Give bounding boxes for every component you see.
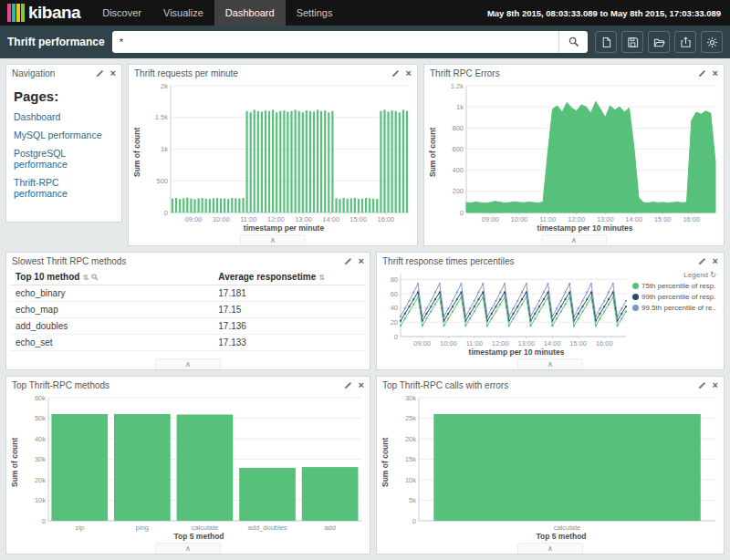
y-axis-title: Sum of count — [132, 81, 143, 223]
legend-item[interactable]: 99th percentile of resp... — [632, 293, 716, 301]
save-icon — [627, 36, 639, 48]
dashboard-grid: Navigation × Pages: Dashboard MySQL perf… — [0, 58, 730, 560]
collapse-panel-button[interactable]: ∧ — [155, 358, 221, 369]
svg-text:0: 0 — [164, 209, 168, 217]
panel-header[interactable]: Slowest Thrift RPC methods × — [6, 253, 370, 269]
svg-text:1k: 1k — [161, 145, 168, 153]
table-row[interactable]: echo_set17.133 — [10, 335, 366, 351]
errors-area-chart: 02004006008001k1.2k09:0010:0011:0012:001… — [439, 81, 720, 223]
table-row[interactable]: add_doubles17.136 — [10, 318, 366, 335]
sort-icon[interactable]: ⇅ — [82, 274, 89, 282]
svg-text:0: 0 — [412, 517, 416, 525]
collapse-panel-button[interactable]: ∧ — [541, 234, 607, 245]
requests-bar-chart: 05001k1.5k2k09:0010:0011:0012:0013:0014:… — [143, 81, 413, 223]
panel-header[interactable]: Thrift response times percentiles × — [377, 253, 724, 269]
error-calls-bar-chart: 05k10k15k20k25k30kcalculate — [391, 393, 720, 532]
edit-icon[interactable] — [698, 257, 706, 265]
close-icon[interactable]: × — [359, 256, 364, 266]
y-axis-title: Sum of count — [10, 393, 21, 532]
svg-text:11:00: 11:00 — [539, 215, 556, 223]
nav-link-dashboard[interactable]: Dashboard — [14, 111, 114, 122]
svg-text:1k: 1k — [456, 103, 464, 111]
svg-text:50k: 50k — [35, 414, 46, 422]
slowest-methods-table: Top 10 method⇅ Average responsetime⇅ ech… — [10, 269, 366, 351]
panel-slowest-thrift-rpc-methods: Slowest Thrift RPC methods × Top 10 meth… — [5, 252, 370, 370]
series-color-dot — [632, 294, 639, 300]
svg-text:20k: 20k — [405, 435, 416, 443]
table-row[interactable]: echo_map17.15 — [10, 302, 366, 318]
y-axis-title: Sum of count — [428, 81, 439, 223]
x-axis-title: timestamp per 10 minutes — [428, 223, 720, 234]
panel-header[interactable]: Navigation × — [6, 65, 121, 81]
settings-button[interactable] — [701, 31, 723, 53]
svg-text:14:00: 14:00 — [625, 215, 642, 223]
nav-tab-settings[interactable]: Settings — [286, 0, 344, 26]
svg-text:09:00: 09:00 — [413, 339, 431, 347]
time-range-picker[interactable]: May 8th 2015, 08:03:33.089 to May 8th 20… — [487, 8, 730, 18]
collapse-panel-button[interactable]: ∧ — [517, 358, 583, 369]
pages-heading: Pages: — [14, 88, 114, 104]
close-icon[interactable]: × — [359, 380, 364, 390]
table-row[interactable]: echo_binary17.181 — [10, 285, 366, 302]
svg-text:10k: 10k — [35, 496, 46, 504]
column-header-method[interactable]: Top 10 method⇅ — [10, 269, 213, 285]
nav-tab-dashboard[interactable]: Dashboard — [214, 0, 286, 26]
svg-text:14:00: 14:00 — [544, 339, 561, 347]
edit-icon[interactable] — [344, 381, 352, 389]
nav-tab-discover[interactable]: Discover — [91, 0, 152, 26]
nav-link-postgresql[interactable]: PostgreSQL performance — [14, 148, 114, 170]
panel-header[interactable]: Top Thrift-RPC methods × — [6, 377, 370, 393]
svg-text:200: 200 — [452, 187, 464, 195]
panel-title: Thrift requests per minute — [134, 68, 238, 78]
x-axis-title: Top 5 method — [10, 532, 366, 543]
close-icon[interactable]: × — [406, 68, 412, 78]
query-input[interactable] — [112, 31, 558, 53]
collapse-panel-button[interactable]: ∧ — [155, 543, 221, 554]
legend-item[interactable]: 99.5th percentile of re... — [632, 304, 716, 312]
svg-text:13:00: 13:00 — [517, 339, 535, 347]
column-search-icon[interactable] — [91, 274, 99, 281]
nav-link-mysql[interactable]: MySQL performance — [14, 130, 114, 140]
collapse-panel-button[interactable]: ∧ — [517, 543, 583, 554]
new-dashboard-button[interactable] — [595, 31, 617, 53]
share-dashboard-button[interactable] — [674, 31, 696, 53]
sort-icon[interactable]: ⇅ — [318, 274, 325, 282]
svg-text:13:00: 13:00 — [597, 215, 614, 223]
search-icon — [568, 36, 579, 47]
save-dashboard-button[interactable] — [621, 31, 643, 53]
nav-tab-visualize[interactable]: Visualize — [152, 0, 214, 26]
close-icon[interactable]: × — [110, 68, 116, 78]
panel-header[interactable]: Top Thrift-RPC calls with errors × — [377, 377, 724, 393]
load-dashboard-button[interactable] — [648, 31, 670, 53]
column-header-responsetime[interactable]: Average responsetime⇅ — [213, 269, 366, 285]
edit-icon[interactable] — [344, 257, 352, 265]
panel-header[interactable]: Thrift requests per minute × — [129, 65, 417, 81]
svg-text:15:00: 15:00 — [349, 215, 367, 223]
svg-text:13:00: 13:00 — [295, 215, 312, 223]
svg-text:09:00: 09:00 — [185, 215, 203, 223]
close-icon[interactable]: × — [713, 256, 718, 266]
search-button[interactable] — [558, 31, 588, 53]
close-icon[interactable]: × — [713, 380, 718, 390]
edit-icon[interactable] — [96, 69, 104, 78]
kibana-logo[interactable]: kibana — [0, 0, 91, 26]
svg-text:add: add — [324, 524, 336, 532]
legend-item[interactable]: 75th percentile of resp... — [632, 282, 716, 290]
svg-text:11:00: 11:00 — [240, 215, 256, 223]
new-document-icon — [600, 36, 612, 48]
kibana-logo-stripes-icon — [7, 4, 25, 22]
top-methods-bar-chart: 010k20k30k40k50k60kzippingcalculateadd_d… — [21, 393, 366, 532]
svg-text:80: 80 — [391, 275, 398, 284]
svg-text:0: 0 — [394, 333, 398, 341]
panel-header[interactable]: Thrift RPC Errors × — [424, 65, 724, 81]
gear-icon — [706, 36, 718, 48]
edit-icon[interactable] — [698, 69, 706, 78]
nav-link-thrift-rpc[interactable]: Thrift-RPC performance — [14, 177, 114, 199]
close-icon[interactable]: × — [713, 68, 718, 78]
dashboard-toolbar: Thrift performance — [0, 26, 730, 58]
legend-toggle[interactable]: Legend ↻ — [632, 271, 716, 279]
edit-icon[interactable] — [391, 69, 400, 78]
collapse-panel-button[interactable]: ∧ — [240, 234, 306, 245]
edit-icon[interactable] — [698, 381, 706, 389]
x-axis-title: timestamp per minute — [132, 223, 413, 234]
